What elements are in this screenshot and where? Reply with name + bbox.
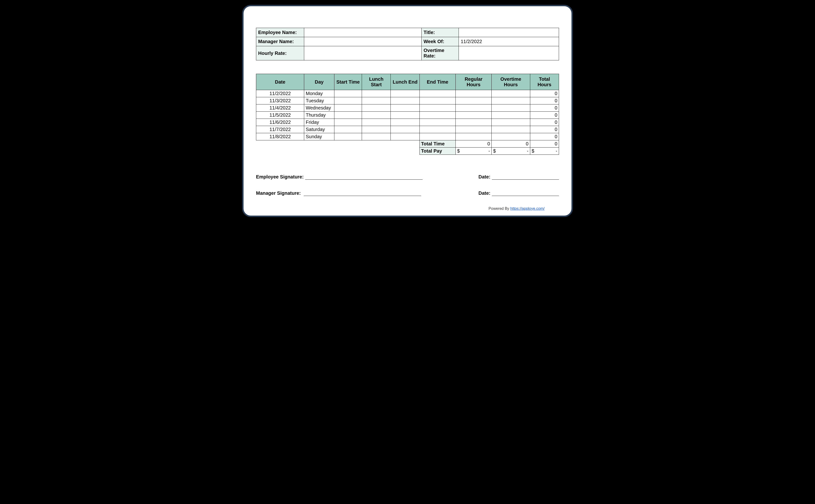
- cell-start-time[interactable]: [334, 126, 362, 133]
- total-overtime-time: 0: [492, 140, 530, 148]
- cell-day: Tuesday: [304, 97, 334, 104]
- cell-lunch-start[interactable]: [362, 119, 391, 126]
- header-date: Date: [256, 74, 304, 90]
- header-start-time: Start Time: [334, 74, 362, 90]
- cell-overtime-hours[interactable]: [492, 133, 530, 140]
- footer-link[interactable]: https://apploye.com/: [510, 206, 545, 211]
- cell-lunch-end[interactable]: [391, 90, 420, 97]
- cell-date: 11/6/2022: [256, 119, 304, 126]
- cell-end-time[interactable]: [420, 90, 456, 97]
- cell-overtime-hours[interactable]: [492, 119, 530, 126]
- cell-end-time[interactable]: [420, 97, 456, 104]
- cell-lunch-end[interactable]: [391, 104, 420, 112]
- table-row: 11/8/2022Sunday0: [256, 133, 559, 140]
- cell-lunch-start[interactable]: [362, 104, 391, 112]
- hourly-rate-value[interactable]: [304, 46, 422, 60]
- table-row: 11/4/2022Wednesday0: [256, 104, 559, 112]
- cell-start-time[interactable]: [334, 90, 362, 97]
- cell-day: Thursday: [304, 112, 334, 119]
- cell-end-time[interactable]: [420, 112, 456, 119]
- employee-date-line[interactable]: [492, 174, 559, 180]
- cell-day: Friday: [304, 119, 334, 126]
- cell-regular-hours[interactable]: [456, 133, 492, 140]
- cell-lunch-start[interactable]: [362, 126, 391, 133]
- cell-overtime-hours[interactable]: [492, 90, 530, 97]
- cell-start-time[interactable]: [334, 119, 362, 126]
- cell-date: 11/2/2022: [256, 90, 304, 97]
- cell-regular-hours[interactable]: [456, 104, 492, 112]
- cell-total-hours: 0: [530, 90, 559, 97]
- cell-end-time[interactable]: [420, 133, 456, 140]
- cell-start-time[interactable]: [334, 112, 362, 119]
- total-regular-time: 0: [456, 140, 492, 148]
- employee-name-value[interactable]: [304, 28, 422, 37]
- employee-date-label: Date:: [479, 174, 491, 180]
- pay-value: -: [556, 148, 557, 154]
- overtime-rate-value[interactable]: [459, 46, 559, 60]
- cell-lunch-start[interactable]: [362, 97, 391, 104]
- header-lunch-end: Lunch End: [391, 74, 420, 90]
- manager-signature-label: Manager Signature:: [256, 190, 301, 196]
- cell-lunch-end[interactable]: [391, 97, 420, 104]
- cell-start-time[interactable]: [334, 133, 362, 140]
- cell-regular-hours[interactable]: [456, 97, 492, 104]
- total-time-label: Total Time: [420, 140, 456, 148]
- powered-by-text: Powered By: [489, 206, 510, 211]
- manager-signature-row: Manager Signature: Date:: [256, 190, 559, 196]
- title-value[interactable]: [459, 28, 559, 37]
- cell-lunch-end[interactable]: [391, 119, 420, 126]
- cell-regular-hours[interactable]: [456, 90, 492, 97]
- manager-name-value[interactable]: [304, 37, 422, 46]
- table-row: 11/6/2022Friday0: [256, 119, 559, 126]
- cell-date: 11/5/2022: [256, 112, 304, 119]
- cell-overtime-hours[interactable]: [492, 97, 530, 104]
- employee-signature-row: Employee Signature: Date:: [256, 174, 559, 180]
- cell-lunch-end[interactable]: [391, 112, 420, 119]
- cell-overtime-hours[interactable]: [492, 126, 530, 133]
- cell-day: Monday: [304, 90, 334, 97]
- cell-start-time[interactable]: [334, 104, 362, 112]
- cell-regular-hours[interactable]: [456, 126, 492, 133]
- cell-day: Sunday: [304, 133, 334, 140]
- cell-overtime-hours[interactable]: [492, 112, 530, 119]
- cell-day: Saturday: [304, 126, 334, 133]
- cell-date: 11/3/2022: [256, 97, 304, 104]
- cell-lunch-end[interactable]: [391, 126, 420, 133]
- cell-lunch-start[interactable]: [362, 90, 391, 97]
- cell-end-time[interactable]: [420, 104, 456, 112]
- info-row: Hourly Rate: Overtime Rate:: [256, 46, 559, 60]
- week-of-value[interactable]: 11/2/2022: [459, 37, 559, 46]
- manager-date-line[interactable]: [492, 190, 559, 196]
- table-row: 11/5/2022Thursday0: [256, 112, 559, 119]
- employee-name-label: Employee Name:: [256, 28, 304, 37]
- info-row: Manager Name: Week Of: 11/2/2022: [256, 37, 559, 46]
- info-table: Employee Name: Title: Manager Name: Week…: [256, 28, 559, 60]
- cell-total-hours: 0: [530, 133, 559, 140]
- cell-lunch-end[interactable]: [391, 133, 420, 140]
- cell-overtime-hours[interactable]: [492, 104, 530, 112]
- cell-start-time[interactable]: [334, 97, 362, 104]
- total-time-value: 0: [530, 140, 559, 148]
- cell-regular-hours[interactable]: [456, 112, 492, 119]
- cell-end-time[interactable]: [420, 119, 456, 126]
- total-pay-row: Total Pay $- $- $-: [256, 148, 559, 155]
- manager-signature-line[interactable]: [304, 190, 421, 196]
- header-total-hours: Total Hours: [530, 74, 559, 90]
- total-pay-value: $-: [530, 148, 559, 155]
- cell-total-hours: 0: [530, 104, 559, 112]
- title-label: Title:: [422, 28, 459, 37]
- cell-regular-hours[interactable]: [456, 119, 492, 126]
- timesheet-table: Date Day Start Time Lunch Start Lunch En…: [256, 74, 559, 155]
- cell-end-time[interactable]: [420, 126, 456, 133]
- cell-lunch-start[interactable]: [362, 112, 391, 119]
- table-row: 11/3/2022Tuesday0: [256, 97, 559, 104]
- cell-lunch-start[interactable]: [362, 133, 391, 140]
- week-of-label: Week Of:: [422, 37, 459, 46]
- manager-name-label: Manager Name:: [256, 37, 304, 46]
- header-row: Date Day Start Time Lunch Start Lunch En…: [256, 74, 559, 90]
- cell-total-hours: 0: [530, 112, 559, 119]
- total-time-row: Total Time 0 0 0: [256, 140, 559, 148]
- currency-symbol: $: [457, 148, 460, 154]
- timesheet-document: Employee Name: Title: Manager Name: Week…: [242, 5, 573, 217]
- employee-signature-line[interactable]: [305, 174, 423, 180]
